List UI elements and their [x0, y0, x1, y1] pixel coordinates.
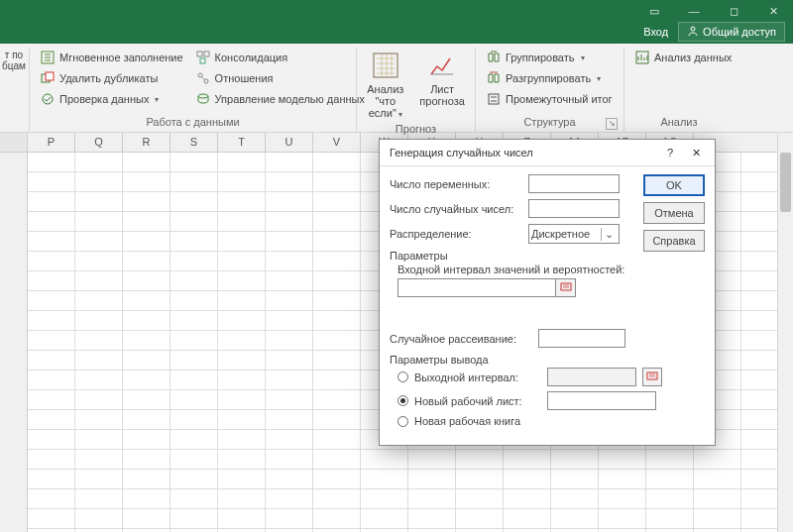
column-header[interactable]: V [313, 133, 361, 152]
subtotal-icon [486, 91, 502, 107]
ribbon-group-forecast: Анализ "что если"▾ Лист прогноза Прогноз [357, 48, 476, 132]
data-model-icon [195, 91, 211, 107]
flash-fill-icon [40, 50, 56, 65]
column-header[interactable]: S [170, 133, 218, 152]
remove-duplicates-button[interactable]: Удалить дубликаты [36, 68, 187, 88]
close-icon[interactable]: ✕ [683, 142, 709, 163]
svg-point-0 [691, 27, 695, 31]
share-label: Общий доступ [703, 26, 776, 38]
ribbon: т по бцам Мгновенное заполнение Удалить … [0, 44, 793, 133]
vertical-scrollbar[interactable] [777, 133, 793, 532]
input-range-input[interactable] [397, 278, 556, 297]
ribbon-fragment-left: т по бцам [0, 48, 30, 132]
output-params-label: Параметры вывода [390, 354, 705, 366]
ungroup-button[interactable]: Разгруппировать ▾ [482, 68, 617, 88]
what-if-button[interactable]: Анализ "что если"▾ [361, 48, 409, 121]
title-bar: ▭ — ◻ ✕ Вход Общий доступ [0, 0, 793, 44]
group-label-outline: Структура ↘ [482, 114, 618, 132]
chevron-down-icon: ▾ [581, 53, 585, 62]
share-button[interactable]: Общий доступ [678, 22, 785, 42]
cancel-button[interactable]: Отмена [643, 202, 705, 224]
group-icon [486, 50, 502, 65]
svg-rect-15 [647, 372, 657, 379]
dialog-title: Генерация случайных чисел [390, 147, 533, 159]
column-header[interactable]: T [218, 133, 266, 152]
num-variables-input[interactable] [528, 174, 620, 193]
select-all-corner[interactable] [0, 133, 28, 152]
window-controls: ▭ — ◻ ✕ [634, 0, 793, 22]
relationships-button[interactable]: Отношения [191, 68, 369, 88]
ribbon-group-outline: Группировать ▾ Разгруппировать ▾ Промежу… [476, 48, 624, 132]
dialog-body: OK Отмена Справка Число переменных: Числ… [380, 165, 715, 445]
help-icon[interactable]: ? [657, 142, 683, 163]
input-range-label: Входной интервал значений и вероятностей… [397, 264, 705, 275]
maximize-icon[interactable]: ◻ [714, 0, 753, 22]
column-header[interactable]: Q [75, 133, 123, 152]
forecast-sheet-button[interactable]: Лист прогноза [413, 48, 470, 109]
sign-in-link[interactable]: Вход [643, 26, 668, 38]
row-header-gutter[interactable] [0, 153, 28, 532]
ungroup-icon [486, 70, 502, 86]
num-random-label: Число случайных чисел: [390, 203, 528, 215]
data-validation-icon [40, 91, 56, 107]
data-analysis-button[interactable]: Анализ данных [630, 48, 736, 67]
svg-rect-11 [374, 53, 397, 77]
relationships-icon [195, 70, 211, 86]
chevron-down-icon: ▾ [597, 74, 601, 83]
svg-point-4 [43, 94, 53, 104]
random-seed-input[interactable] [538, 329, 625, 348]
group-button[interactable]: Группировать ▾ [482, 48, 617, 67]
dialog-launcher-icon[interactable]: ↘ [606, 118, 618, 130]
new-worksheet-label: Новый рабочий лист: [414, 395, 541, 407]
ok-button[interactable]: OK [643, 174, 705, 196]
close-icon[interactable]: ✕ [753, 0, 793, 22]
svg-rect-5 [197, 52, 202, 56]
text-to-columns-fragment[interactable]: т по бцам [2, 48, 26, 73]
group-label-forecast: Прогноз [363, 121, 469, 139]
svg-rect-6 [204, 52, 209, 56]
ribbon-options-icon[interactable]: ▭ [634, 0, 674, 22]
new-workbook-radio[interactable] [397, 416, 408, 427]
random-number-generation-dialog: Генерация случайных чисел ? ✕ OK Отмена … [379, 139, 716, 446]
ribbon-group-data-tools: Мгновенное заполнение Удалить дубликаты … [30, 48, 357, 132]
new-workbook-label: Новая рабочая книга [414, 415, 520, 427]
column-header[interactable]: R [123, 133, 170, 152]
column-header[interactable]: P [28, 133, 75, 152]
chevron-down-icon: ▾ [155, 95, 159, 104]
manage-data-model-button[interactable]: Управление моделью данных [191, 89, 369, 109]
range-picker-icon[interactable] [556, 278, 576, 297]
subtotal-button[interactable]: Промежуточный итог [482, 89, 617, 109]
consolidate-button[interactable]: Консолидация [191, 48, 369, 67]
new-worksheet-radio[interactable] [397, 395, 408, 406]
minimize-icon[interactable]: — [674, 0, 714, 22]
dialog-title-bar[interactable]: Генерация случайных чисел ? ✕ [380, 140, 715, 165]
consolidate-icon [195, 50, 211, 65]
what-if-icon [370, 50, 401, 81]
group-label-data-tools: Работа с данными [36, 114, 350, 132]
remove-duplicates-icon [40, 70, 56, 86]
num-variables-label: Число переменных: [390, 178, 528, 190]
ribbon-group-analysis: Анализ данных Анализ [624, 48, 734, 132]
account-row: Вход Общий доступ [643, 22, 785, 42]
scrollbar-thumb[interactable] [780, 153, 791, 212]
num-random-input[interactable] [528, 199, 620, 218]
output-range-label: Выходной интервал: [414, 372, 541, 383]
svg-rect-12 [489, 94, 499, 104]
output-range-input [547, 368, 636, 386]
svg-rect-3 [46, 72, 54, 80]
range-picker-icon[interactable] [642, 368, 662, 386]
data-validation-button[interactable]: Проверка данных ▾ [36, 89, 187, 109]
help-button[interactable]: Справка [643, 230, 705, 252]
chevron-down-icon: ⌄ [601, 228, 617, 241]
column-header[interactable]: U [266, 133, 313, 152]
group-label-analysis: Анализ [630, 114, 728, 132]
output-range-radio[interactable] [397, 372, 408, 382]
forecast-sheet-icon [426, 50, 458, 81]
svg-point-10 [198, 94, 208, 98]
random-seed-label: Случайное рассеивание: [390, 333, 538, 345]
new-worksheet-input[interactable] [547, 391, 656, 410]
flash-fill-button[interactable]: Мгновенное заполнение [36, 48, 187, 67]
dialog-button-column: OK Отмена Справка [643, 174, 705, 252]
distribution-select[interactable]: Дискретное ⌄ [528, 224, 620, 244]
distribution-label: Распределение: [390, 228, 528, 240]
